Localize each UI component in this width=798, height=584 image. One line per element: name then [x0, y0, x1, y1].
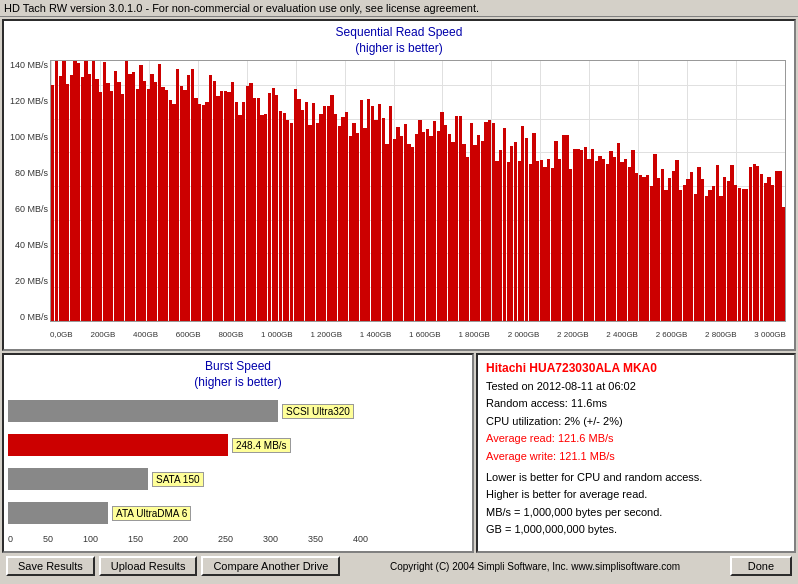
info-note-1: Higher is better for average read. [486, 487, 786, 502]
seq-chart-container: 0 MB/s 20 MB/s 40 MB/s 60 MB/s 80 MB/s 1… [8, 60, 790, 344]
info-line-0: Tested on 2012-08-11 at 06:02 [486, 379, 786, 394]
burst-title: Burst Speed (higher is better) [8, 359, 468, 390]
info-panel: Hitachi HUA723030ALA MKA0 Tested on 2012… [476, 353, 796, 553]
upload-results-button[interactable]: Upload Results [99, 556, 198, 576]
info-line-3: Average read: 121.6 MB/s [486, 431, 786, 446]
seq-chart-title: Sequential Read Speed (higher is better) [8, 25, 790, 56]
y-axis: 0 MB/s 20 MB/s 40 MB/s 60 MB/s 80 MB/s 1… [8, 60, 50, 322]
title-bar: HD Tach RW version 3.0.1.0 - For non-com… [0, 0, 798, 17]
info-line-2: CPU utilization: 2% (+/- 2%) [486, 414, 786, 429]
burst-bar-scsi [8, 400, 278, 422]
title-text: HD Tach RW version 3.0.1.0 - For non-com… [4, 2, 479, 14]
burst-bar-scsi-row: SCSI Ultra320 [8, 398, 468, 424]
burst-bar-current-row: 248.4 MB/s [8, 432, 468, 458]
compare-another-drive-button[interactable]: Compare Another Drive [201, 556, 340, 576]
burst-label-sata: SATA 150 [152, 472, 204, 487]
sequential-chart-panel: Sequential Read Speed (higher is better)… [2, 19, 796, 351]
copyright-text: Copyright (C) 2004 Simpli Software, Inc.… [344, 561, 725, 572]
burst-bar-ata-row: ATA UltraDMA 6 [8, 500, 468, 526]
save-results-button[interactable]: Save Results [6, 556, 95, 576]
footer-bar: Save Results Upload Results Compare Anot… [2, 553, 796, 579]
bottom-section: Burst Speed (higher is better) SCSI Ultr… [2, 353, 796, 553]
drive-title: Hitachi HUA723030ALA MKA0 [486, 361, 786, 375]
info-line-4: Average write: 121.1 MB/s [486, 449, 786, 464]
burst-label-scsi: SCSI Ultra320 [282, 404, 354, 419]
info-line-1: Random access: 11.6ms [486, 396, 786, 411]
burst-label-current: 248.4 MB/s [232, 438, 291, 453]
x-axis: 0,0GB 200GB 400GB 600GB 800GB 1 000GB 1 … [50, 324, 786, 344]
info-note-0: Lower is better for CPU and random acces… [486, 470, 786, 485]
burst-bar-current [8, 434, 228, 456]
burst-label-ata: ATA UltraDMA 6 [112, 506, 191, 521]
done-button[interactable]: Done [730, 556, 792, 576]
seq-chart-inner [50, 60, 786, 322]
burst-chart-panel: Burst Speed (higher is better) SCSI Ultr… [2, 353, 474, 553]
info-note-3: GB = 1,000,000,000 bytes. [486, 522, 786, 537]
info-note-2: MB/s = 1,000,000 bytes per second. [486, 505, 786, 520]
burst-x-axis: 0 50 100 150 200 250 300 350 400 [8, 534, 368, 544]
burst-bar-ata [8, 502, 108, 524]
burst-bar-sata-row: SATA 150 [8, 466, 468, 492]
burst-bar-sata [8, 468, 148, 490]
